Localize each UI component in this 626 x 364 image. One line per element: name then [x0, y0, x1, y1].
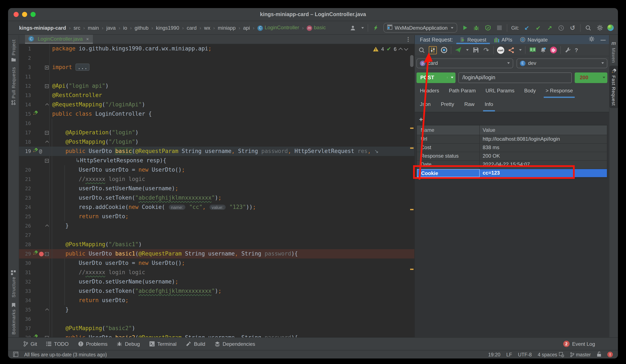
run-button[interactable]: [461, 24, 469, 32]
git-commit-icon[interactable]: ✔: [534, 24, 542, 32]
file-encoding[interactable]: UTF-8: [518, 352, 532, 357]
git-update-icon[interactable]: ↙: [523, 24, 531, 32]
code-line[interactable]: 31 //xxxxxx login logic: [19, 268, 414, 277]
fr-record-target-icon[interactable]: [440, 46, 447, 54]
table-cell-name[interactable]: Cookie: [417, 169, 480, 177]
code-line[interactable]: 30 UserDto userDto = new UserDto();: [19, 259, 414, 268]
close-tab-icon[interactable]: ×: [86, 36, 89, 41]
next-problem-icon[interactable]: [404, 46, 408, 50]
code-line[interactable]: 1package io.github.kings1990.card.wx.min…: [19, 44, 414, 53]
line-ending[interactable]: LF: [507, 352, 512, 357]
fast-request-rocket-icon[interactable]: [33, 147, 38, 156]
table-row[interactable]: Date2022-04-22 15:54:07: [417, 161, 607, 169]
fold-end-icon[interactable]: [45, 308, 49, 312]
resp-tab-json[interactable]: Json: [420, 101, 431, 111]
breadcrumb-item[interactable]: miniapp: [218, 25, 235, 31]
fr-redo-icon[interactable]: ↷: [483, 46, 490, 54]
rollback-icon[interactable]: ↺: [569, 24, 576, 32]
editor-options-icon[interactable]: ⋮: [405, 36, 411, 42]
resp-tab-info[interactable]: Info: [485, 101, 493, 111]
breadcrumb-item[interactable]: src: [74, 25, 80, 31]
fold-toggle-icon[interactable]: −: [45, 336, 49, 337]
code-line[interactable]: 3+import ...: [19, 63, 414, 72]
debug-button[interactable]: [473, 24, 480, 32]
column-header-value[interactable]: Value: [480, 126, 607, 135]
code-line[interactable]: 2: [19, 53, 414, 63]
code-line[interactable]: 27: [19, 231, 414, 240]
code-line[interactable]: 14@RequestMapping("/loginApi"): [19, 100, 414, 109]
toolwindow-problems[interactable]: Problems: [78, 341, 108, 347]
http-method-select[interactable]: POST: [417, 72, 456, 83]
table-cell-name[interactable]: Url: [417, 135, 480, 143]
fold-toggle-icon[interactable]: −: [45, 159, 49, 163]
table-cell-value[interactable]: cc=123: [480, 169, 607, 177]
toolwindow-terminal[interactable]: Terminal: [149, 341, 177, 347]
table-cell-value[interactable]: 838 ms: [480, 144, 607, 152]
fold-toggle-icon[interactable]: −: [45, 252, 49, 256]
history-clock-icon[interactable]: [557, 24, 565, 32]
breadcrumb-method[interactable]: mbasic: [307, 25, 326, 31]
toolwindow-todo[interactable]: TODO: [46, 341, 69, 347]
status-message[interactable]: All files are up-to-date (3 minutes ago): [24, 352, 107, 357]
code-line[interactable]: 38− public UserDto basic2(@RequestParam …: [19, 333, 414, 337]
sidebar-item-fast-request[interactable]: Fast Request: [609, 66, 618, 108]
indent-setting[interactable]: 4 spaces: [538, 352, 564, 357]
tab-headers[interactable]: Headers: [420, 88, 439, 98]
fr-wrench-icon[interactable]: [564, 46, 571, 54]
run-configuration-select[interactable]: WxMaDemoApplication: [383, 23, 457, 33]
breakpoint-icon[interactable]: [39, 252, 44, 256]
resp-tab-pretty[interactable]: Pretty: [441, 101, 454, 111]
breadcrumb-item[interactable]: card: [187, 25, 196, 31]
breadcrumb-item[interactable]: api: [243, 25, 250, 31]
fr-filter-sliders-icon[interactable]: [429, 46, 437, 54]
table-row[interactable]: Cost838 ms: [417, 144, 607, 152]
sidebar-item-project[interactable]: Project: [11, 37, 16, 65]
environment-select[interactable]: E dev: [517, 58, 607, 68]
sidebar-item-pull-requests[interactable]: Pull Requests: [11, 65, 16, 108]
prev-problem-icon[interactable]: [398, 47, 403, 52]
search-everywhere-icon[interactable]: [585, 24, 592, 32]
editor-tab-logincontroller[interactable]: C LoginController.java ×: [25, 35, 93, 44]
breadcrumb-item[interactable]: wx: [204, 25, 210, 31]
breadcrumb-item[interactable]: main: [88, 25, 99, 31]
git-push-icon[interactable]: ↗: [546, 24, 553, 32]
table-row[interactable]: Response status200 OK: [417, 152, 607, 161]
event-log-button[interactable]: 2 Event Log: [563, 341, 595, 347]
table-row[interactable]: Cookiecc=123: [417, 169, 607, 178]
code-line[interactable]: 28 @PostMapping("/basic1"): [19, 240, 414, 249]
code-line[interactable]: 33 userDto.setToken("abcdefghijklmnxxxxx…: [19, 286, 414, 296]
run-with-coverage-button[interactable]: [484, 24, 492, 32]
sidebar-item-structure[interactable]: Structure: [11, 268, 16, 300]
ide-feature-sphere-icon[interactable]: [607, 25, 614, 31]
settings-gear-icon[interactable]: [596, 24, 604, 32]
code-line[interactable]: 24 resp.addCookie(new Cookie( name: "cc"…: [19, 202, 414, 212]
sidebar-item-bookmarks[interactable]: Bookmarks: [11, 300, 16, 337]
tab-request[interactable]: Request: [459, 35, 487, 44]
annotation-gutter-icon[interactable]: @: [39, 147, 42, 156]
breadcrumb-class[interactable]: CLoginController: [257, 25, 299, 31]
code-line[interactable]: 29− public UserDto basic1(@RequestParam …: [19, 249, 414, 259]
fold-toggle-icon[interactable]: +: [45, 66, 49, 69]
fr-help-icon[interactable]: ?: [575, 47, 578, 53]
error-indicator-icon[interactable]: !: [607, 352, 613, 357]
request-url-input[interactable]: /loginApi/login: [459, 72, 572, 83]
unlock-icon[interactable]: [597, 351, 601, 358]
status-code-select[interactable]: 200: [575, 72, 607, 83]
fr-search-icon[interactable]: [418, 46, 425, 54]
breadcrumb-root[interactable]: kings-miniapp-card: [19, 25, 66, 31]
code-line[interactable]: 22 userDto.setUserName(username);: [19, 184, 414, 193]
frame-icon[interactable]: [13, 352, 18, 358]
code-line[interactable]: − ↳HttpServletResponse resp){: [19, 156, 414, 165]
table-cell-value[interactable]: 200 OK: [480, 152, 607, 160]
fold-end-icon[interactable]: [45, 141, 49, 144]
fr-curl-icon[interactable]: curl: [497, 46, 504, 54]
add-row-button[interactable]: +: [417, 115, 607, 124]
fold-end-icon[interactable]: [45, 103, 49, 107]
fr-send-dropdown-arrow-icon[interactable]: [466, 49, 469, 51]
code-line[interactable]: 37 @PutMapping("basic2"): [19, 324, 414, 333]
code-line[interactable]: 16: [19, 119, 414, 128]
fr-notifications-bell-icon[interactable]: [540, 46, 547, 54]
inspections-widget[interactable]: 4 ✔ 6: [373, 46, 408, 52]
panel-settings-gear-icon[interactable]: [589, 36, 595, 43]
fast-request-generate-icon[interactable]: [372, 24, 379, 32]
